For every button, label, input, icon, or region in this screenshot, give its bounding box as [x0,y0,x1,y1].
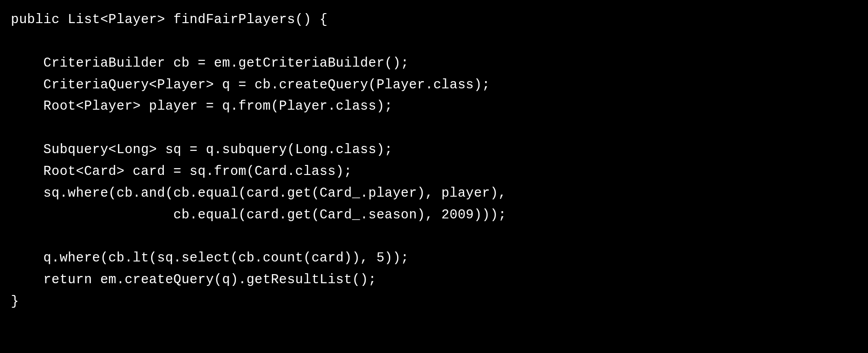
code-block: public List<Player> findFairPlayers() { … [0,0,868,322]
code-line: q.where(cb.lt(sq.select(cb.count(card)),… [11,251,409,266]
code-line: cb.equal(card.get(Card_.season), 2009)))… [11,208,506,222]
code-line: sq.where(cb.and(cb.equal(card.get(Card_.… [11,186,506,201]
code-line: public List<Player> findFairPlayers() { [11,12,328,27]
code-line: Root<Card> card = sq.from(Card.class); [11,164,352,179]
code-line: return em.createQuery(q).getResultList()… [11,272,377,287]
code-line: Subquery<Long> sq = q.subquery(Long.clas… [11,142,392,157]
code-line: } [11,294,19,309]
code-line: Root<Player> player = q.from(Player.clas… [11,99,392,114]
code-line: CriteriaBuilder cb = em.getCriteriaBuild… [11,56,409,71]
code-line: CriteriaQuery<Player> q = cb.createQuery… [11,77,490,92]
